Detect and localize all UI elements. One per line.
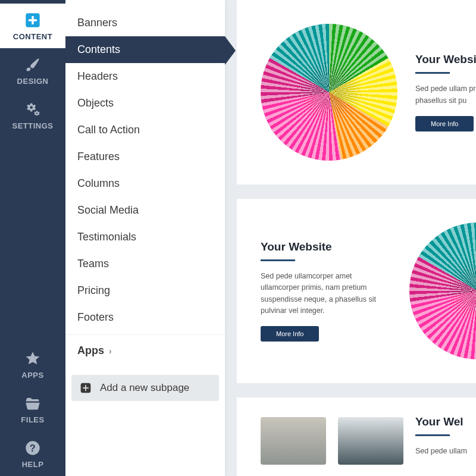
divider xyxy=(415,72,450,74)
category-item-banners[interactable]: Banners xyxy=(65,10,225,36)
preview-heading: Your Wel xyxy=(415,415,476,428)
category-item-headers[interactable]: Headers xyxy=(65,63,225,90)
main-nav-rail: CONTENT DESIGN SETTINGS APPS FILES ? HEL… xyxy=(0,0,65,476)
category-item-apps[interactable]: Apps › xyxy=(65,334,225,364)
category-item-pricing[interactable]: Pricing xyxy=(65,277,225,304)
category-panel: Banners Contents Headers Objects Call to… xyxy=(65,0,225,476)
brush-icon xyxy=(24,57,41,73)
divider xyxy=(415,434,450,436)
category-apps-label: Apps xyxy=(77,345,104,357)
rail-item-design[interactable]: DESIGN xyxy=(0,48,65,93)
plus-icon xyxy=(24,12,41,29)
preview-heading: Your Websi xyxy=(415,53,476,66)
category-item-social-media[interactable]: Social Media xyxy=(65,197,225,224)
add-subpage-label: Add a new subpage xyxy=(100,382,189,394)
svg-rect-2 xyxy=(29,19,37,21)
flower-image xyxy=(409,223,476,359)
flower-image xyxy=(261,24,397,161)
gears-icon xyxy=(24,101,41,118)
preview-body: Sed pede ullamcorper amet ullamcorper pr… xyxy=(261,271,392,317)
category-item-footers[interactable]: Footers xyxy=(65,304,225,331)
divider xyxy=(261,259,295,261)
rail-item-content[interactable]: CONTENT xyxy=(0,4,65,48)
category-item-features[interactable]: Features xyxy=(65,143,225,170)
template-card[interactable]: Your Wel Sed pede ullam xyxy=(237,397,476,476)
category-list: Banners Contents Headers Objects Call to… xyxy=(65,0,225,364)
rail-item-help[interactable]: ? HELP xyxy=(0,431,65,476)
rail-label: DESIGN xyxy=(17,77,49,86)
category-item-call-to-action[interactable]: Call to Action xyxy=(65,117,225,143)
template-card[interactable]: Your Website Sed pede ullamcorper amet u… xyxy=(237,199,476,383)
category-item-objects[interactable]: Objects xyxy=(65,90,225,117)
rail-label: CONTENT xyxy=(13,32,52,41)
plus-square-icon xyxy=(80,382,92,394)
folder-icon xyxy=(24,395,41,412)
rail-label: SETTINGS xyxy=(12,121,53,130)
rail-label: HELP xyxy=(22,460,44,469)
preview-body: Sed pede ullam xyxy=(415,446,476,457)
more-info-button[interactable]: More Info xyxy=(415,116,474,131)
preview-heading: Your Website xyxy=(261,240,392,253)
more-info-button[interactable]: More Info xyxy=(261,326,319,342)
rail-item-apps[interactable]: APPS xyxy=(0,342,65,387)
rail-item-settings[interactable]: SETTINGS xyxy=(0,93,65,137)
add-subpage-button[interactable]: Add a new subpage xyxy=(71,375,219,401)
rail-item-files[interactable]: FILES xyxy=(0,387,65,431)
template-card[interactable]: Your Websi Sed pede ullam primis, nam pr… xyxy=(237,0,476,184)
star-icon xyxy=(24,350,41,367)
svg-rect-7 xyxy=(83,387,89,389)
thumbnail-image xyxy=(261,417,326,465)
category-item-testimonials[interactable]: Testimonials xyxy=(65,224,225,250)
template-preview-stage: Your Websi Sed pede ullam primis, nam pr… xyxy=(225,0,476,476)
category-item-contents[interactable]: Contents xyxy=(65,36,225,63)
chevron-right-icon: › xyxy=(109,346,112,356)
category-item-teams[interactable]: Teams xyxy=(65,250,225,277)
help-icon: ? xyxy=(24,440,41,456)
rail-label: APPS xyxy=(21,371,43,380)
category-item-columns[interactable]: Columns xyxy=(65,170,225,197)
rail-label: FILES xyxy=(21,415,44,424)
svg-text:?: ? xyxy=(30,443,36,453)
thumbnail-image xyxy=(338,417,403,465)
preview-body: Sed pede ullam primis, nam pre phasellus… xyxy=(415,83,476,107)
